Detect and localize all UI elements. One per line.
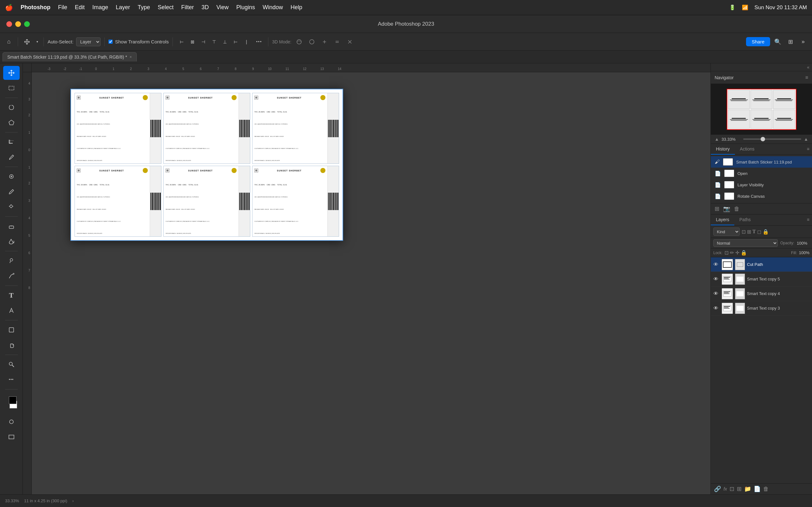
panel-collapse-icon[interactable]: « bbox=[807, 65, 809, 70]
transform-controls-checkbox[interactable] bbox=[108, 40, 113, 44]
layer-adjustment-button[interactable]: ⊞ bbox=[737, 486, 742, 493]
shape-tool[interactable] bbox=[3, 323, 20, 337]
filter-smart-icon[interactable]: 🔒 bbox=[763, 229, 769, 235]
tab-actions[interactable]: Actions bbox=[735, 144, 760, 155]
layer-fx-button[interactable]: fx bbox=[723, 487, 727, 492]
menu-view[interactable]: View bbox=[216, 4, 229, 11]
lock-position-icon[interactable]: ✛ bbox=[735, 250, 740, 256]
lock-transparent-icon[interactable]: ⊡ bbox=[724, 250, 728, 256]
eyedropper-tool[interactable] bbox=[3, 150, 20, 164]
delete-layer-button[interactable]: 🗑 bbox=[763, 486, 769, 493]
new-snapshot-button[interactable]: ⊞ bbox=[715, 205, 719, 212]
search-button[interactable]: 🔍 bbox=[773, 37, 783, 47]
history-options-button[interactable]: ≡ bbox=[804, 144, 812, 155]
align-extra-button[interactable]: | bbox=[241, 37, 252, 47]
path-selection-tool[interactable] bbox=[3, 303, 20, 318]
align-right-button[interactable]: ⊣ bbox=[198, 37, 208, 47]
marquee-rect-tool[interactable] bbox=[3, 81, 20, 95]
3d-roll-button[interactable] bbox=[307, 37, 317, 47]
menu-image[interactable]: Image bbox=[92, 4, 108, 11]
layer-row-smart-text-5[interactable]: 👁 Smart Text copy 5 bbox=[711, 272, 812, 286]
history-item-2[interactable]: 📄 Layer Visibility bbox=[711, 179, 812, 190]
status-expand-button[interactable]: › bbox=[72, 498, 73, 503]
move-tool-button[interactable] bbox=[22, 37, 32, 47]
pen-tool[interactable] bbox=[3, 269, 20, 283]
move-tool[interactable] bbox=[3, 66, 20, 80]
align-top-button[interactable]: ⊤ bbox=[209, 37, 219, 47]
layers-options-button[interactable]: ≡ bbox=[804, 215, 812, 225]
filter-type-icon[interactable]: T bbox=[752, 229, 756, 235]
zoom-thumb[interactable] bbox=[761, 137, 765, 141]
paint-bucket-tool[interactable] bbox=[3, 234, 20, 248]
layer-row-smart-text-3[interactable]: 👁 Smart Text copy 3 bbox=[711, 301, 812, 316]
maximize-button[interactable] bbox=[24, 21, 30, 27]
layer-row-smart-text-4[interactable]: 👁 Smart Text copy 4 bbox=[711, 286, 812, 301]
minimize-button[interactable] bbox=[15, 21, 21, 27]
layer-mask-button[interactable]: ⊡ bbox=[729, 486, 734, 493]
eraser-tool[interactable] bbox=[3, 219, 20, 233]
3d-scale-button[interactable] bbox=[345, 37, 355, 47]
zoom-tool[interactable] bbox=[3, 357, 20, 372]
home-button[interactable]: ⌂ bbox=[4, 37, 14, 47]
menu-filter[interactable]: Filter bbox=[181, 4, 194, 11]
quick-mask-button[interactable] bbox=[3, 415, 20, 429]
3d-pan-button[interactable] bbox=[319, 37, 329, 47]
tab-close-button[interactable]: × bbox=[130, 55, 132, 59]
layer-link-button[interactable]: 🔗 bbox=[714, 486, 721, 493]
new-layer-button[interactable]: 📄 bbox=[754, 486, 761, 493]
polygon-lasso-tool[interactable] bbox=[3, 116, 20, 130]
new-group-button[interactable]: 📁 bbox=[744, 486, 751, 493]
menu-layer[interactable]: Layer bbox=[116, 4, 130, 11]
new-document-from-state-button[interactable]: 📷 bbox=[723, 205, 730, 212]
menu-window[interactable]: Window bbox=[263, 4, 283, 11]
layer-vis-smart-4[interactable]: 👁 bbox=[713, 291, 720, 297]
history-item-0[interactable]: 🖌 Smart Batch Sticker 11:19.psd bbox=[711, 156, 812, 168]
align-left-button[interactable]: ⊢ bbox=[177, 37, 187, 47]
filter-shape-icon[interactable]: ◻ bbox=[757, 229, 761, 235]
blend-mode-dropdown[interactable]: Normal Dissolve Multiply Screen Overlay bbox=[713, 239, 778, 247]
document-tab[interactable]: Smart Batch Sticker 11:19.psd @ 33.3% (C… bbox=[3, 52, 137, 61]
history-item-3[interactable]: 📄 Rotate Canvas bbox=[711, 190, 812, 202]
layer-row-cut-path[interactable]: 👁 Cut Path bbox=[711, 257, 812, 272]
delete-state-button[interactable]: 🗑 bbox=[734, 206, 740, 212]
screen-mode-button[interactable] bbox=[3, 430, 20, 444]
healing-tool[interactable] bbox=[3, 170, 20, 183]
auto-select-dropdown[interactable]: Layer Group bbox=[76, 38, 101, 46]
menu-3d[interactable]: 3D bbox=[201, 4, 209, 11]
dodge-tool[interactable] bbox=[3, 254, 20, 268]
lasso-tool[interactable] bbox=[3, 101, 20, 114]
more-tools-button[interactable]: ••• bbox=[3, 373, 20, 387]
layers-filter-dropdown[interactable]: Kind Name Effect Mode Attribute Color bbox=[713, 228, 740, 236]
hand-tool[interactable] bbox=[3, 338, 20, 352]
type-tool[interactable]: T bbox=[3, 288, 20, 302]
arrange-button[interactable]: ⊞ bbox=[785, 37, 796, 47]
3d-slide-button[interactable] bbox=[332, 37, 342, 47]
menu-select[interactable]: Select bbox=[158, 4, 173, 11]
foreground-color[interactable] bbox=[3, 392, 20, 406]
brush-tool[interactable] bbox=[3, 185, 20, 199]
apple-menu[interactable]: 🍎 bbox=[5, 4, 13, 11]
move-tool-dropdown[interactable]: ▾ bbox=[35, 37, 40, 47]
tab-paths[interactable]: Paths bbox=[734, 215, 756, 225]
tab-layers[interactable]: Layers bbox=[711, 215, 734, 225]
menu-edit[interactable]: Edit bbox=[75, 4, 85, 11]
expand-button[interactable]: » bbox=[798, 37, 808, 47]
menu-type[interactable]: Type bbox=[138, 4, 150, 11]
lock-pixels-icon[interactable]: ✏ bbox=[730, 250, 734, 256]
crop-tool[interactable] bbox=[3, 135, 20, 149]
filter-adjustment-icon[interactable]: ⊞ bbox=[747, 229, 751, 235]
menu-plugins[interactable]: Plugins bbox=[236, 4, 255, 11]
menu-file[interactable]: File bbox=[58, 4, 67, 11]
3d-rotate-button[interactable] bbox=[294, 37, 304, 47]
tab-history[interactable]: History bbox=[711, 144, 735, 155]
lock-all-icon[interactable]: 🔒 bbox=[741, 250, 747, 256]
layer-vis-smart-3[interactable]: 👁 bbox=[713, 305, 720, 311]
align-center-h-button[interactable]: ⊠ bbox=[188, 37, 198, 47]
zoom-out-icon[interactable]: ▲ bbox=[715, 136, 719, 142]
filter-pixel-icon[interactable]: ⊡ bbox=[742, 229, 746, 235]
menu-help[interactable]: Help bbox=[291, 4, 302, 11]
layer-vis-cut-path[interactable]: 👁 bbox=[713, 262, 720, 268]
more-options-button[interactable]: ••• bbox=[254, 37, 264, 47]
share-button[interactable]: Share bbox=[746, 37, 770, 46]
navigator-options-button[interactable]: ≡ bbox=[805, 75, 808, 80]
